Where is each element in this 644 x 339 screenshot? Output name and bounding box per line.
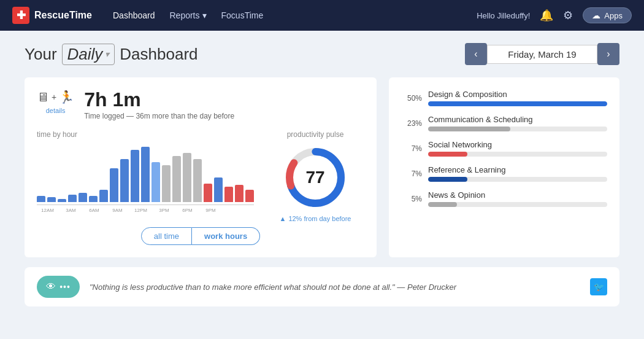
date-next-button[interactable]: › — [597, 43, 619, 65]
bar-3pm — [193, 159, 202, 202]
pulse-arrow-icon: ▲ — [279, 215, 286, 222]
dots-icon: ••• — [59, 282, 71, 292]
cat-info-2: Social Networking — [428, 140, 607, 157]
bell-icon[interactable]: 🔔 — [540, 9, 553, 22]
greeting-text: Hello Jilleduffy! — [477, 11, 530, 20]
nav-focustime[interactable]: FocusTime — [221, 10, 264, 20]
twitter-button[interactable]: 🐦 — [590, 278, 607, 295]
cat-info-0: Design & Composition — [428, 90, 607, 106]
cat-bar-bg-2 — [428, 152, 607, 157]
time-by-hour-chart: time by hour — [37, 130, 254, 213]
bar-8am — [120, 159, 129, 202]
eye-button[interactable]: 👁 ••• — [37, 276, 80, 298]
quote-bar: 👁 ••• "Nothing is less productive than t… — [25, 267, 619, 306]
bar-x-labels: 12AM 3AM 6AM 9AM 12PM 3PM 6PM 9PM — [37, 208, 254, 213]
bar-3am — [68, 195, 77, 202]
bar-6pm — [224, 187, 233, 202]
monitor-icon: 🖥 — [37, 90, 49, 104]
apps-button[interactable]: ☁ Apps — [583, 7, 632, 23]
dashboard-grid: 🖥 + 🏃 details 7h 1m Time logged — 36m mo… — [25, 77, 619, 257]
xlabel-9am: 9AM — [107, 208, 128, 213]
navbar: ✚ RescueTime Dashboard Reports ▾ FocusTi… — [0, 0, 644, 31]
cloud-icon: ☁ — [592, 10, 600, 20]
daily-badge[interactable]: Daily ▾ — [62, 44, 115, 65]
pulse-score: 77 — [305, 168, 324, 187]
bar-5am — [89, 196, 98, 202]
bar-7pm — [235, 185, 243, 202]
twitter-icon: 🐦 — [594, 282, 604, 292]
time-sub: Time logged — 36m more than the day befo… — [84, 112, 234, 120]
header-row: Your Daily ▾ Dashboard ‹ Friday, March 1… — [25, 43, 619, 65]
eye-icon: 👁 — [46, 281, 56, 292]
date-navigation: ‹ Friday, March 19 › — [465, 43, 619, 65]
bar-12pm — [162, 165, 171, 202]
bar-chart — [37, 144, 254, 205]
cat-name-0: Design & Composition — [428, 90, 607, 99]
cat-bar-fill-3 — [428, 177, 467, 182]
cat-info-3: Reference & Learning — [428, 165, 607, 182]
category-row-4: 5% News & Opinion — [401, 190, 607, 207]
pulse-change: ▲ 12% from day before — [266, 215, 364, 222]
xlabel-6am: 6AM — [83, 208, 105, 213]
nav-dashboard[interactable]: Dashboard — [113, 10, 155, 20]
cat-bar-fill-1 — [428, 127, 510, 131]
cat-bar-bg-1 — [428, 127, 607, 131]
date-display: Friday, March 19 — [487, 45, 597, 64]
time-by-hour-label: time by hour — [37, 130, 254, 139]
bar-5pm — [214, 177, 223, 202]
bar-11am — [151, 162, 160, 202]
tools-icon[interactable]: ⚙ — [563, 9, 573, 22]
cat-name-1: Communication & Scheduling — [428, 115, 607, 124]
cat-name-2: Social Networking — [428, 140, 607, 149]
pulse-label: productivity pulse — [266, 130, 364, 139]
bar-1am — [47, 197, 56, 202]
bar-9am — [131, 150, 139, 202]
bar-12am — [37, 196, 45, 202]
plus-icon: + — [52, 92, 56, 102]
cat-bar-bg-3 — [428, 177, 607, 182]
cat-bar-bg-0 — [428, 101, 607, 106]
cat-bar-fill-4 — [428, 202, 457, 207]
category-row-1: 23% Communication & Scheduling — [401, 115, 607, 131]
main-content: Your Daily ▾ Dashboard ‹ Friday, March 1… — [0, 31, 644, 319]
reports-chevron-icon: ▾ — [202, 10, 207, 20]
device-icons: 🖥 + 🏃 details — [37, 90, 74, 114]
bar-4pm — [204, 184, 212, 202]
bar-4am — [79, 193, 87, 202]
cat-name-4: News & Opinion — [428, 190, 607, 200]
details-link[interactable]: details — [46, 107, 66, 114]
daily-caret-icon: ▾ — [105, 49, 109, 59]
xlabel-12pm: 12PM — [130, 208, 151, 213]
cat-name-3: Reference & Learning — [428, 165, 607, 174]
nav-reports[interactable]: Reports ▾ — [169, 10, 206, 20]
logo-area: ✚ RescueTime — [12, 7, 92, 24]
page-heading: Your Daily ▾ Dashboard — [25, 44, 465, 65]
cat-bar-fill-2 — [428, 152, 467, 157]
nav-right: Hello Jilleduffy! 🔔 ⚙ ☁ Apps — [477, 7, 632, 23]
cat-pct-2: 7% — [401, 144, 422, 153]
cat-bar-bg-4 — [428, 202, 607, 207]
productivity-pulse: productivity pulse 77 ▲ — [266, 130, 364, 222]
your-label: Your — [25, 45, 57, 64]
date-prev-button[interactable]: ‹ — [465, 43, 487, 65]
category-row-0: 50% Design & Composition — [401, 90, 607, 106]
bar-10am — [141, 147, 150, 202]
cat-pct-3: 7% — [401, 170, 422, 178]
left-panel: 🖥 + 🏃 details 7h 1m Time logged — 36m mo… — [25, 77, 377, 257]
bar-6am — [99, 190, 108, 202]
bar-2am — [58, 199, 66, 202]
work-hours-tab[interactable]: work hours — [192, 227, 260, 245]
cat-pct-1: 23% — [401, 119, 422, 128]
xlabel-9pm: 9PM — [200, 208, 221, 213]
time-info: 7h 1m Time logged — 36m more than the da… — [84, 90, 234, 120]
xlabel-12am: 12AM — [37, 208, 58, 213]
logo-icon: ✚ — [12, 7, 29, 24]
xlabel-3am: 3AM — [60, 208, 82, 213]
charts-row: time by hour — [37, 130, 364, 222]
xlabel-3pm: 3PM — [153, 208, 175, 213]
bar-8pm — [245, 190, 254, 202]
bar-2pm — [183, 153, 191, 202]
category-row-2: 7% Social Networking — [401, 140, 607, 157]
all-time-tab[interactable]: all time — [141, 227, 192, 245]
run-icon: 🏃 — [59, 90, 74, 104]
